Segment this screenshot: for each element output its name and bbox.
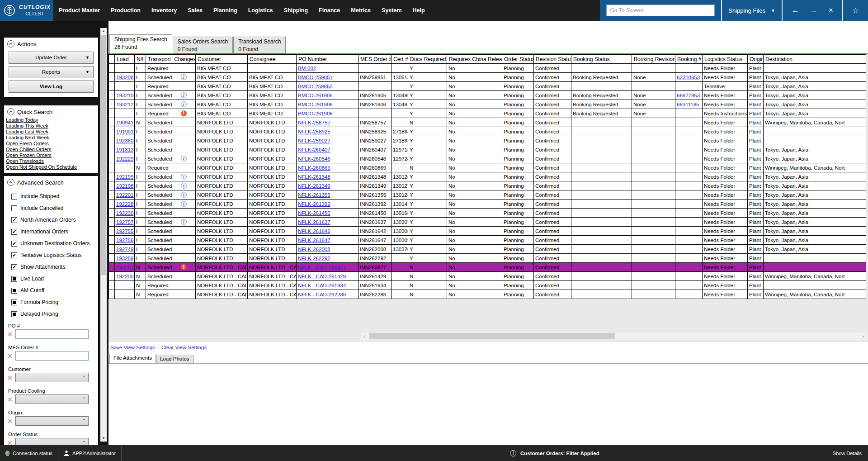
column-header-order-status[interactable]: Order Status (502, 55, 534, 64)
checkbox-icon[interactable] (11, 288, 17, 294)
quick-search-link[interactable]: Open Chilled Orders (6, 147, 98, 152)
column-header-docs-required[interactable]: Docs Required (408, 55, 447, 64)
back-arrow-icon[interactable]: ← (786, 6, 805, 15)
grid-row[interactable]: NRequiredNORFOLK LTD - CADNORFOLK LTD - … (109, 281, 866, 290)
load-link[interactable]: 192200 (116, 274, 133, 279)
checkbox-icon[interactable] (11, 252, 17, 258)
column-header-origin[interactable]: Origin (748, 55, 764, 64)
grid-row[interactable]: 192360IScheduledNORFOLK LTDNORFOLK LTDNF… (109, 136, 866, 145)
po-link[interactable]: NFLK-261348 (298, 174, 330, 180)
grid-row[interactable]: 192755IScheduledNORFOLK LTDNORFOLK LTDNF… (109, 227, 866, 236)
checkbox-show-attachments[interactable]: Show Attachments (11, 264, 98, 270)
grid-row[interactable]: 193251NScheduled!NORFOLK LTD - CADNORFOL… (109, 263, 866, 272)
load-link[interactable]: 192199 (116, 174, 133, 180)
booking_no-link[interactable]: 68311185 (677, 102, 699, 107)
po-link[interactable]: NFLK-260407 (298, 147, 330, 152)
info-icon[interactable]: i (181, 101, 187, 107)
quick-search-link[interactable]: Open Frozen Orders (6, 152, 98, 158)
po-link[interactable]: NFLK - CAD-261934 (298, 283, 346, 288)
collapse-chevron-icon[interactable] (7, 40, 14, 48)
grid-row[interactable]: 192198ISchedulediNORFOLK LTDNORFOLK LTDN… (109, 181, 866, 190)
collapse-chevron-icon[interactable] (7, 108, 14, 115)
po-link[interactable]: NFLK-259027 (298, 138, 330, 143)
po-link[interactable]: BMCO-261905 (298, 93, 333, 98)
scroll-left-arrow-icon[interactable]: ‹ (361, 333, 368, 339)
checkbox-am-cutoff[interactable]: AM Cutoff (11, 287, 98, 294)
alert-icon[interactable]: ! (181, 264, 187, 270)
clear-field-icon[interactable]: ✕ (6, 439, 14, 446)
quick-search-link[interactable]: Loading Last Week (6, 129, 98, 134)
scroll-down-arrow-icon[interactable]: ▼ (100, 435, 107, 442)
scrollbar-thumb[interactable] (369, 333, 615, 339)
load-link[interactable]: 190941 (116, 120, 133, 125)
po-link[interactable]: NFLK-262292 (298, 256, 330, 261)
checkbox-north-american-orders[interactable]: North American Orders (11, 217, 98, 223)
column-header-cert-[interactable]: Cert # (392, 55, 408, 64)
checkbox-international-orders[interactable]: International Orders (11, 228, 98, 235)
column-header-mes-order-[interactable]: MES Order # (359, 55, 392, 64)
po-link[interactable]: NFLK - CAD-262286 (298, 292, 346, 297)
checkbox-icon[interactable] (11, 194, 17, 200)
forward-arrow-icon[interactable]: → (805, 6, 823, 15)
info-icon[interactable]: i (181, 156, 187, 162)
nav-item-shipping[interactable]: Shipping (278, 7, 313, 14)
grid-row[interactable]: 193212ISchedulediBIG MEAT COBIG MEAT COB… (109, 100, 866, 109)
load-link[interactable]: 192360 (116, 138, 133, 143)
checkbox-icon[interactable] (11, 217, 17, 223)
quick-search-link[interactable]: Open Not Shipped On Schedule (6, 164, 98, 170)
tab-file-attachments[interactable]: File Attachments (109, 354, 156, 363)
screen-selector-dropdown[interactable]: Shipping Files ▼ (722, 0, 782, 21)
load-link[interactable]: 192757 (116, 219, 133, 225)
favorite-star-icon[interactable]: ☆ (849, 6, 862, 15)
checkbox-delayed-pricing[interactable]: Delayed Pricing (11, 311, 98, 317)
column-header-n-i[interactable]: N/I (135, 55, 146, 64)
checkbox-formula-pricing[interactable]: Formula Pricing (11, 299, 98, 305)
grid-row[interactable]: 192199ISchedulediNORFOLK LTDNORFOLK LTDN… (109, 172, 866, 181)
save-view-settings-link[interactable]: Save View Settings (110, 345, 155, 350)
product-cooling-dropdown[interactable] (15, 394, 89, 404)
info-icon[interactable]: i (181, 201, 187, 207)
grid-row[interactable]: IRequired!BIG MEAT COBIG MEAT COBMCO-261… (109, 109, 866, 118)
clear-field-icon[interactable]: ✕ (6, 331, 14, 338)
view-log-button[interactable]: View Log (9, 81, 94, 93)
po-link[interactable]: NFLK - CAD-261429 (298, 274, 346, 279)
nav-item-finance[interactable]: Finance (313, 7, 345, 14)
checkbox-icon[interactable] (11, 264, 17, 270)
nav-item-sales[interactable]: Sales (182, 7, 208, 14)
mes-order--input[interactable] (15, 351, 89, 361)
checkbox-icon[interactable] (11, 241, 17, 247)
tab-sales-orders-search[interactable]: Sales Orders Search0 Found (173, 37, 233, 53)
po-link[interactable]: NFLK-261355 (298, 192, 330, 198)
po-link[interactable]: BM-002 (298, 66, 316, 71)
column-header-destination[interactable]: Destination (764, 55, 866, 64)
column-header-changes[interactable]: Changes (172, 55, 196, 64)
grid-row[interactable]: 190941NScheduledNORFOLK LTDNORFOLK LTDNF… (109, 118, 866, 127)
po--input[interactable] (15, 329, 89, 339)
grid-row[interactable]: 193210ISchedulediBIG MEAT COBIG MEAT COB… (109, 91, 866, 100)
grid-row[interactable]: 191901IScheduledNORFOLK LTDNORFOLK LTDNF… (109, 127, 866, 136)
checkbox-icon[interactable] (11, 311, 17, 317)
grid-row[interactable]: 192229ISchedulediNORFOLK LTDNORFOLK LTDN… (109, 154, 866, 163)
load-link[interactable]: 193251 (116, 265, 133, 270)
show-details-button[interactable]: Show Details (833, 451, 862, 456)
po-link[interactable]: BMCO-261908 (298, 111, 333, 116)
quick-search-link[interactable]: Loading This Week (6, 123, 98, 128)
grid-row[interactable]: 192749IScheduledNORFOLK LTDNORFOLK LTDNF… (109, 245, 866, 254)
booking_no-link[interactable]: 62310653 (677, 75, 700, 80)
column-header-load[interactable]: Load (115, 55, 135, 64)
quick-search-link[interactable]: Open Transloads (6, 158, 98, 164)
nav-item-help[interactable]: Help (407, 7, 430, 14)
quick-search-link[interactable]: Open Fresh Orders (6, 141, 98, 146)
alert-icon[interactable]: ! (181, 110, 187, 116)
checkbox-icon[interactable] (11, 276, 17, 282)
po-link[interactable]: NFLK-261642 (298, 228, 330, 234)
reports-button[interactable]: Reports▼ (9, 66, 94, 78)
checkbox-include-shipped[interactable]: Include Shipped (11, 193, 98, 200)
clear-field-icon[interactable]: ✕ (6, 396, 14, 403)
column-header-customer[interactable]: Customer (196, 55, 248, 64)
grid-row[interactable]: IRequiredBIG MEAT COBIG MEAT COBMCO-2598… (109, 82, 866, 91)
po-link[interactable]: NFLK-258757 (298, 120, 330, 125)
quick-search-link[interactable]: Loading Next Week (6, 135, 98, 140)
nav-item-production[interactable]: Production (105, 7, 146, 14)
load-link[interactable]: 191901 (116, 129, 133, 134)
